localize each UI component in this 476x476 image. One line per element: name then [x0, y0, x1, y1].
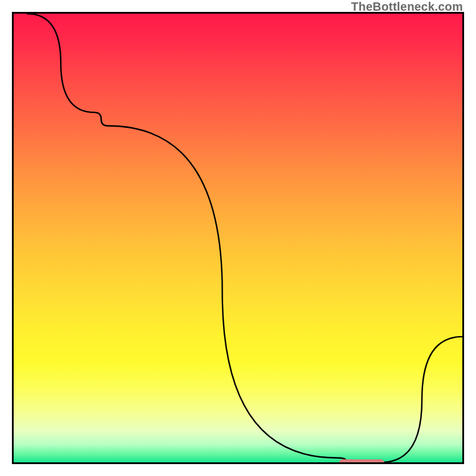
optimal-range-marker [339, 459, 384, 464]
bottleneck-curve-path [27, 14, 462, 462]
plot-area [12, 12, 464, 464]
bottleneck-chart: TheBottleneck.com [0, 0, 476, 476]
line-layer [14, 14, 462, 462]
watermark-text: TheBottleneck.com [351, 0, 463, 14]
